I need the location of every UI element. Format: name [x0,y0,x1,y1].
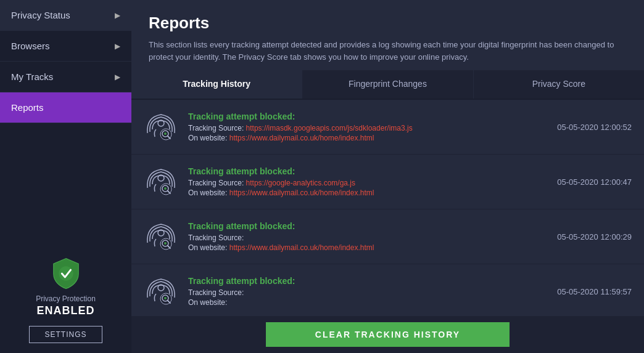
item-source: Tracking Source: https://imasdk.googleap… [188,124,547,132]
bottom-bar: CLEAR TRACKING HISTORY [131,315,644,353]
sidebar-bottom: Privacy Protection ENABLED SETTINGS [0,245,131,353]
chevron-right-icon: ▶ [115,11,120,20]
tracking-list: Tracking attempt blocked: Tracking Sourc… [131,100,644,315]
item-content: Tracking attempt blocked: Tracking Sourc… [188,221,547,252]
item-title: Tracking attempt blocked: [188,112,547,121]
tracking-item: Tracking attempt blocked: Tracking Sourc… [131,209,644,264]
item-source-url[interactable]: https://imasdk.googleapis.com/js/sdkload… [246,124,413,132]
page-title: Reports [149,14,627,33]
settings-button[interactable]: SETTINGS [29,326,102,343]
svg-point-0 [59,266,73,280]
item-timestamp: 05-05-2020 12:00:47 [557,177,632,187]
clear-tracking-history-button[interactable]: CLEAR TRACKING HISTORY [266,322,510,347]
main-header: Reports This section lists every trackin… [131,0,644,70]
item-website: On website: https://www.dailymail.co.uk/… [188,243,547,252]
sidebar-item-label: My Tracks [11,71,53,82]
tracking-item: Tracking attempt blocked: Tracking Sourc… [131,100,644,155]
item-title: Tracking attempt blocked: [188,166,547,176]
item-content: Tracking attempt blocked: Tracking Sourc… [188,276,547,307]
item-website-url[interactable]: https://www.dailymail.co.uk/home/index.h… [229,243,374,252]
item-website: On website: [188,298,547,307]
sidebar-item-reports[interactable]: Reports [0,92,131,123]
fingerprint-icon [144,219,178,254]
item-website: On website: https://www.dailymail.co.uk/… [188,189,547,197]
item-website-url[interactable]: https://www.dailymail.co.uk/home/index.h… [229,134,374,142]
chevron-right-icon: ▶ [115,42,120,51]
sidebar-item-privacy-status[interactable]: Privacy Status ▶ [0,0,131,31]
item-website-url[interactable]: https://www.dailymail.co.uk/home/index.h… [229,189,374,197]
sidebar-item-my-tracks[interactable]: My Tracks ▶ [0,62,131,92]
tracking-item: Tracking attempt blocked: Tracking Sourc… [131,155,644,209]
item-source: Tracking Source: [188,288,547,297]
svg-point-20 [164,297,167,299]
privacy-protection-label: Privacy Protection [36,294,96,303]
svg-point-10 [164,187,167,190]
tab-fingerprint-changes[interactable]: Fingerprint Changes [302,70,473,99]
item-source: Tracking Source: [188,233,547,242]
item-title: Tracking attempt blocked: [188,276,547,286]
sidebar-item-label: Reports [11,102,44,113]
svg-point-15 [164,242,167,245]
tracking-item: Tracking attempt blocked: Tracking Sourc… [131,264,644,315]
item-timestamp: 05-05-2020 12:00:52 [557,123,632,132]
sidebar-item-label: Privacy Status [11,10,70,20]
item-content: Tracking attempt blocked: Tracking Sourc… [188,112,547,142]
item-timestamp: 05-05-2020 12:00:29 [557,232,632,241]
privacy-status-value: ENABLED [36,304,94,317]
item-source-url[interactable]: https://google-analytics.com/ga.js [246,179,355,187]
fingerprint-icon [144,164,178,199]
sidebar-item-label: Browsers [11,41,50,51]
sidebar-item-browsers[interactable]: Browsers ▶ [0,31,131,62]
fingerprint-icon [144,110,178,144]
svg-point-5 [164,132,167,135]
tabs-bar: Tracking History Fingerprint Changes Pri… [131,70,644,100]
shield-icon [50,258,82,290]
item-source: Tracking Source: https://google-analytic… [188,179,547,187]
item-content: Tracking attempt blocked: Tracking Sourc… [188,166,547,197]
tab-tracking-history[interactable]: Tracking History [131,70,302,99]
main-content: Reports This section lists every trackin… [131,0,644,353]
sidebar: Privacy Status ▶ Browsers ▶ My Tracks ▶ … [0,0,131,353]
item-timestamp: 05-05-2020 11:59:57 [557,287,632,296]
chevron-right-icon: ▶ [115,73,120,81]
page-description: This section lists every tracking attemp… [149,39,627,63]
item-title: Tracking attempt blocked: [188,221,547,231]
item-website: On website: https://www.dailymail.co.uk/… [188,134,547,142]
fingerprint-icon [144,274,178,309]
tab-privacy-score[interactable]: Privacy Score [474,70,644,99]
